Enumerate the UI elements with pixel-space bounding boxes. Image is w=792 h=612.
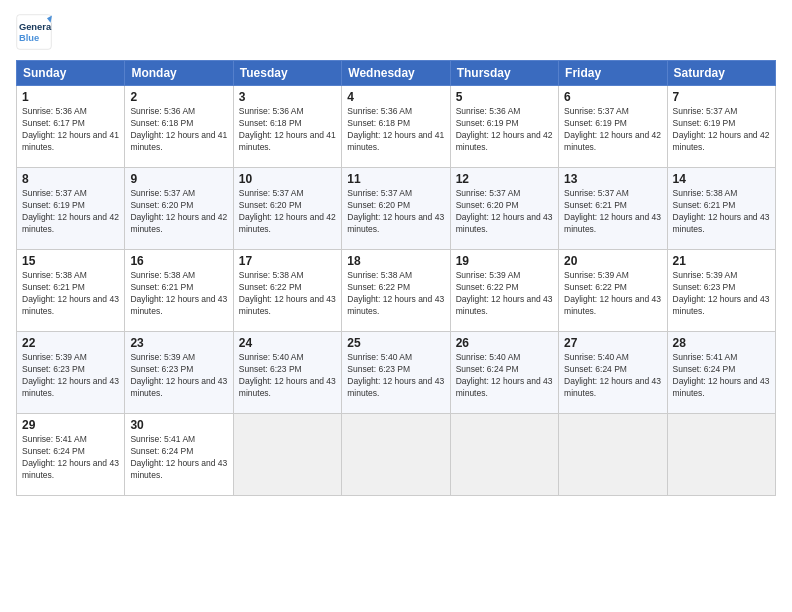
daylight-label: Daylight: 12 hours and 43 minutes. <box>239 376 336 398</box>
daylight-label: Daylight: 12 hours and 42 minutes. <box>456 130 553 152</box>
sunset-label: Sunset: 6:19 PM <box>564 118 627 128</box>
sunrise-label: Sunrise: 5:39 AM <box>456 270 521 280</box>
daylight-label: Daylight: 12 hours and 43 minutes. <box>456 294 553 316</box>
daylight-label: Daylight: 12 hours and 42 minutes. <box>564 130 661 152</box>
calendar-cell: 16 Sunrise: 5:38 AM Sunset: 6:21 PM Dayl… <box>125 250 233 332</box>
sunset-label: Sunset: 6:18 PM <box>347 118 410 128</box>
sunset-label: Sunset: 6:24 PM <box>130 446 193 456</box>
logo: General Blue <box>16 14 52 50</box>
day-number: 15 <box>22 254 119 268</box>
sunrise-label: Sunrise: 5:39 AM <box>673 270 738 280</box>
sunset-label: Sunset: 6:24 PM <box>673 364 736 374</box>
day-number: 9 <box>130 172 227 186</box>
sunrise-label: Sunrise: 5:41 AM <box>130 434 195 444</box>
calendar-cell: 6 Sunrise: 5:37 AM Sunset: 6:19 PM Dayli… <box>559 86 667 168</box>
daylight-label: Daylight: 12 hours and 43 minutes. <box>239 294 336 316</box>
day-number: 4 <box>347 90 444 104</box>
weekday-header-row: SundayMondayTuesdayWednesdayThursdayFrid… <box>17 61 776 86</box>
daylight-label: Daylight: 12 hours and 43 minutes. <box>347 294 444 316</box>
sunset-label: Sunset: 6:23 PM <box>239 364 302 374</box>
sunrise-label: Sunrise: 5:38 AM <box>22 270 87 280</box>
weekday-friday: Friday <box>559 61 667 86</box>
sunset-label: Sunset: 6:23 PM <box>673 282 736 292</box>
calendar-cell: 27 Sunrise: 5:40 AM Sunset: 6:24 PM Dayl… <box>559 332 667 414</box>
daylight-label: Daylight: 12 hours and 41 minutes. <box>347 130 444 152</box>
daylight-label: Daylight: 12 hours and 43 minutes. <box>130 458 227 480</box>
day-number: 8 <box>22 172 119 186</box>
calendar-cell: 11 Sunrise: 5:37 AM Sunset: 6:20 PM Dayl… <box>342 168 450 250</box>
daylight-label: Daylight: 12 hours and 43 minutes. <box>564 212 661 234</box>
day-number: 29 <box>22 418 119 432</box>
weekday-wednesday: Wednesday <box>342 61 450 86</box>
page: General Blue SundayMondayTuesdayWednesda… <box>0 0 792 612</box>
day-info: Sunrise: 5:38 AM Sunset: 6:22 PM Dayligh… <box>239 270 336 318</box>
sunrise-label: Sunrise: 5:37 AM <box>673 106 738 116</box>
calendar-cell: 19 Sunrise: 5:39 AM Sunset: 6:22 PM Dayl… <box>450 250 558 332</box>
calendar-cell: 14 Sunrise: 5:38 AM Sunset: 6:21 PM Dayl… <box>667 168 775 250</box>
sunrise-label: Sunrise: 5:41 AM <box>673 352 738 362</box>
weekday-monday: Monday <box>125 61 233 86</box>
sunset-label: Sunset: 6:19 PM <box>22 200 85 210</box>
sunrise-label: Sunrise: 5:40 AM <box>564 352 629 362</box>
sunrise-label: Sunrise: 5:36 AM <box>22 106 87 116</box>
svg-text:General: General <box>19 22 52 32</box>
day-info: Sunrise: 5:37 AM Sunset: 6:19 PM Dayligh… <box>564 106 661 154</box>
day-info: Sunrise: 5:36 AM Sunset: 6:17 PM Dayligh… <box>22 106 119 154</box>
day-info: Sunrise: 5:37 AM Sunset: 6:21 PM Dayligh… <box>564 188 661 236</box>
day-number: 13 <box>564 172 661 186</box>
sunset-label: Sunset: 6:22 PM <box>456 282 519 292</box>
calendar-table: SundayMondayTuesdayWednesdayThursdayFrid… <box>16 60 776 496</box>
day-number: 18 <box>347 254 444 268</box>
sunset-label: Sunset: 6:20 PM <box>130 200 193 210</box>
sunrise-label: Sunrise: 5:37 AM <box>564 188 629 198</box>
day-info: Sunrise: 5:39 AM Sunset: 6:23 PM Dayligh… <box>130 352 227 400</box>
day-info: Sunrise: 5:39 AM Sunset: 6:22 PM Dayligh… <box>456 270 553 318</box>
sunrise-label: Sunrise: 5:40 AM <box>239 352 304 362</box>
calendar-cell: 20 Sunrise: 5:39 AM Sunset: 6:22 PM Dayl… <box>559 250 667 332</box>
day-number: 5 <box>456 90 553 104</box>
day-info: Sunrise: 5:38 AM Sunset: 6:21 PM Dayligh… <box>22 270 119 318</box>
day-info: Sunrise: 5:41 AM Sunset: 6:24 PM Dayligh… <box>673 352 770 400</box>
sunrise-label: Sunrise: 5:39 AM <box>564 270 629 280</box>
daylight-label: Daylight: 12 hours and 41 minutes. <box>22 130 119 152</box>
weekday-sunday: Sunday <box>17 61 125 86</box>
sunset-label: Sunset: 6:20 PM <box>239 200 302 210</box>
calendar-cell: 29 Sunrise: 5:41 AM Sunset: 6:24 PM Dayl… <box>17 414 125 496</box>
day-number: 23 <box>130 336 227 350</box>
day-number: 22 <box>22 336 119 350</box>
day-number: 19 <box>456 254 553 268</box>
week-row-5: 29 Sunrise: 5:41 AM Sunset: 6:24 PM Dayl… <box>17 414 776 496</box>
sunset-label: Sunset: 6:24 PM <box>456 364 519 374</box>
day-info: Sunrise: 5:36 AM Sunset: 6:18 PM Dayligh… <box>347 106 444 154</box>
calendar-cell: 13 Sunrise: 5:37 AM Sunset: 6:21 PM Dayl… <box>559 168 667 250</box>
sunrise-label: Sunrise: 5:37 AM <box>456 188 521 198</box>
sunset-label: Sunset: 6:17 PM <box>22 118 85 128</box>
week-row-3: 15 Sunrise: 5:38 AM Sunset: 6:21 PM Dayl… <box>17 250 776 332</box>
daylight-label: Daylight: 12 hours and 43 minutes. <box>22 376 119 398</box>
calendar-cell: 18 Sunrise: 5:38 AM Sunset: 6:22 PM Dayl… <box>342 250 450 332</box>
sunrise-label: Sunrise: 5:41 AM <box>22 434 87 444</box>
sunset-label: Sunset: 6:20 PM <box>347 200 410 210</box>
week-row-2: 8 Sunrise: 5:37 AM Sunset: 6:19 PM Dayli… <box>17 168 776 250</box>
daylight-label: Daylight: 12 hours and 42 minutes. <box>673 130 770 152</box>
svg-text:Blue: Blue <box>19 33 39 43</box>
day-number: 12 <box>456 172 553 186</box>
day-info: Sunrise: 5:37 AM Sunset: 6:20 PM Dayligh… <box>347 188 444 236</box>
sunset-label: Sunset: 6:19 PM <box>456 118 519 128</box>
calendar-cell: 26 Sunrise: 5:40 AM Sunset: 6:24 PM Dayl… <box>450 332 558 414</box>
day-info: Sunrise: 5:41 AM Sunset: 6:24 PM Dayligh… <box>130 434 227 482</box>
daylight-label: Daylight: 12 hours and 43 minutes. <box>673 212 770 234</box>
calendar-cell: 23 Sunrise: 5:39 AM Sunset: 6:23 PM Dayl… <box>125 332 233 414</box>
day-number: 20 <box>564 254 661 268</box>
calendar-cell <box>667 414 775 496</box>
sunset-label: Sunset: 6:23 PM <box>22 364 85 374</box>
day-info: Sunrise: 5:40 AM Sunset: 6:23 PM Dayligh… <box>347 352 444 400</box>
day-info: Sunrise: 5:38 AM Sunset: 6:21 PM Dayligh… <box>673 188 770 236</box>
sunrise-label: Sunrise: 5:38 AM <box>130 270 195 280</box>
daylight-label: Daylight: 12 hours and 43 minutes. <box>673 294 770 316</box>
weekday-thursday: Thursday <box>450 61 558 86</box>
day-info: Sunrise: 5:39 AM Sunset: 6:23 PM Dayligh… <box>22 352 119 400</box>
sunset-label: Sunset: 6:22 PM <box>347 282 410 292</box>
calendar-cell <box>233 414 341 496</box>
daylight-label: Daylight: 12 hours and 43 minutes. <box>22 294 119 316</box>
